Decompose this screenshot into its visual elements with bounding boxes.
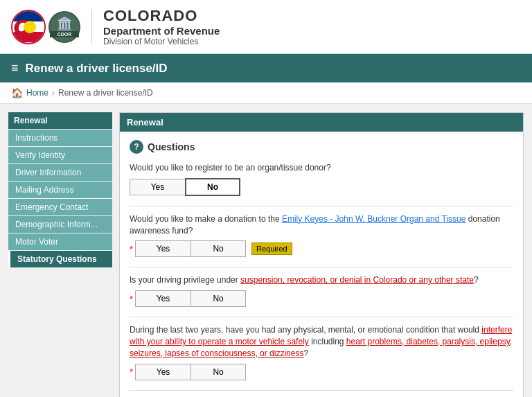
question-block-4: During the last two years, have you had … [130,324,513,380]
question-text-4: During the last two years, have you had … [130,324,513,359]
yes-button-2[interactable]: Yes [135,240,190,257]
sidebar-item-mailing-address[interactable]: Mailing Address [8,182,112,198]
sidebar-item-driver-info[interactable]: Driver Information [8,164,112,181]
divider-4 [130,390,513,391]
divider-3 [130,317,513,317]
yes-button-1[interactable]: Yes [130,179,185,195]
btn-group-3: * Yes No [130,290,513,307]
no-button-4[interactable]: No [190,364,246,380]
main-layout: Renewal Instructions Verify Identity Dri… [0,104,532,397]
question-icon: ? [130,140,143,154]
yes-button-3[interactable]: Yes [135,290,190,307]
required-marker-3: * [130,294,133,304]
header-text: COLORADO Department of Revenue Division … [103,7,220,46]
sidebar-item-emergency-contact[interactable]: Emergency Contact [8,199,112,215]
question-block-1: Would you like to register to be an orga… [130,162,513,196]
breadcrumb: 🏠 Home › Renew a driver license/ID [0,82,532,104]
divider-2 [130,267,513,267]
sidebar-item-motor-voter[interactable]: Motor Voter [8,233,112,250]
btn-group-1: Yes No [130,178,513,196]
sidebar-item-statutory-questions[interactable]: Statutory Questions [8,251,112,267]
colorado-flag-logo: C [11,10,46,44]
state-name: COLORADO [103,7,220,25]
sidebar-item-verify-identity[interactable]: Verify Identity [8,147,112,164]
department-name: Department of Revenue [103,25,220,37]
suspension-text: suspension, revocation, or denial in Col… [240,275,474,285]
question-text-2: Would you like to make a donation to the… [130,213,513,237]
division-name: Division of Motor Vehicles [103,37,220,46]
question-text-1: Would you like to register to be an orga… [130,162,513,174]
content-area: Renewal ? Questions Would you like to re… [119,112,524,397]
no-button-1[interactable]: No [185,178,240,196]
divider-1 [130,206,513,206]
btn-group-2: * Yes No Required [130,240,513,257]
no-button-3[interactable]: No [190,290,246,307]
content-body: ? Questions Would you like to register t… [120,132,523,397]
sidebar-item-instructions[interactable]: Instructions [8,130,112,146]
content-header: Renewal [120,113,523,132]
question-text-3: Is your driving privilege under suspensi… [130,274,513,286]
sidebar-header: Renewal [8,112,112,129]
nav-title: Renew a driver license/ID [26,62,168,76]
sidebar: Renewal Instructions Verify Identity Dri… [8,112,112,397]
home-icon: 🏠 [11,87,23,98]
breadcrumb-current: Renew a driver license/ID [58,88,153,98]
required-marker-2: * [130,244,133,254]
sidebar-item-demographic[interactable]: Demographic Inform... [8,216,112,233]
emily-keyes-link[interactable]: Emily Keyes - John W. Buckner Organ and … [282,214,466,224]
breadcrumb-separator: › [52,88,55,98]
header-divider [91,10,92,44]
required-marker-4: * [130,367,133,377]
question-block-3: Is your driving privilege under suspensi… [130,274,513,307]
logo-group: C 🏛️ CDOR COLORADO Department of Revenue… [11,7,220,46]
yes-button-4[interactable]: Yes [135,364,190,380]
breadcrumb-home[interactable]: Home [26,88,48,98]
no-button-2[interactable]: No [190,240,246,257]
hamburger-icon[interactable]: ≡ [11,61,19,76]
page-header: C 🏛️ CDOR COLORADO Department of Revenue… [0,0,532,54]
question-block-2: Would you like to make a donation to the… [130,213,513,258]
nav-bar: ≡ Renew a driver license/ID [0,54,532,82]
btn-group-4: * Yes No [130,364,513,380]
questions-section-title: ? Questions [130,140,513,154]
cdor-logo: 🏛️ CDOR [48,11,80,43]
required-badge: Required [251,242,292,255]
